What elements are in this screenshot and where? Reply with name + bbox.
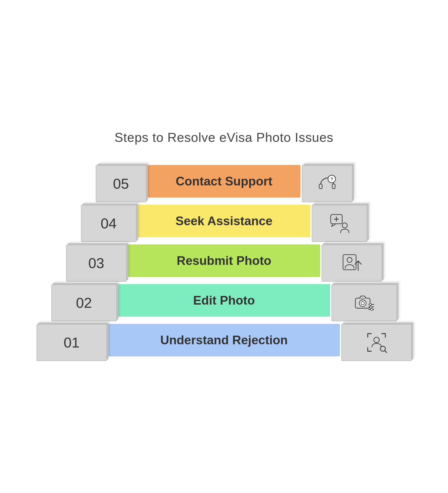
svg-rect-1 (332, 184, 335, 189)
svg-text:?: ? (331, 177, 333, 182)
svg-point-12 (359, 300, 366, 307)
step-row-2: 02 Edit Photo (51, 284, 397, 322)
svg-point-17 (370, 308, 373, 310)
page-title: Steps to Resolve eVisa Photo Issues (115, 130, 333, 145)
step-icon-3 (322, 245, 382, 282)
step-row-1: 01 Understand Rejection (37, 323, 412, 362)
svg-point-15 (370, 306, 372, 308)
step-label-3: Resubmit Photo (128, 244, 320, 277)
step-number-5: 05 (96, 165, 146, 202)
step-row-3: 03 Resubmit Photo (66, 244, 382, 282)
pyramid-diagram: 05 Contact Support ? 04 Seek Assistance (37, 164, 412, 363)
camera-settings-icon (354, 292, 375, 313)
step-row-5: 05 Contact Support ? (96, 164, 352, 203)
svg-point-19 (369, 303, 371, 306)
step-number-2: 02 (51, 284, 117, 321)
svg-point-20 (374, 337, 379, 343)
headset-question-icon: ? (317, 173, 338, 194)
step-icon-1 (341, 324, 412, 361)
step-label-5: Contact Support (148, 165, 300, 198)
step-icon-5: ? (302, 165, 352, 202)
step-number-4: 04 (81, 205, 136, 242)
step-label-1: Understand Rejection (108, 324, 340, 356)
chat-help-person-icon (329, 213, 350, 234)
person-search-icon (366, 332, 387, 353)
step-row-4: 04 Seek Assistance (81, 204, 367, 242)
step-label-2: Edit Photo (118, 284, 330, 317)
step-icon-4 (312, 205, 367, 242)
step-icon-2 (331, 284, 397, 321)
step-number-1: 01 (37, 324, 107, 361)
step-number-3: 03 (66, 245, 127, 282)
svg-point-7 (342, 223, 347, 228)
svg-rect-0 (319, 184, 322, 189)
step-label-4: Seek Assistance (138, 205, 310, 237)
svg-line-22 (385, 351, 387, 353)
person-upload-icon (341, 253, 362, 274)
